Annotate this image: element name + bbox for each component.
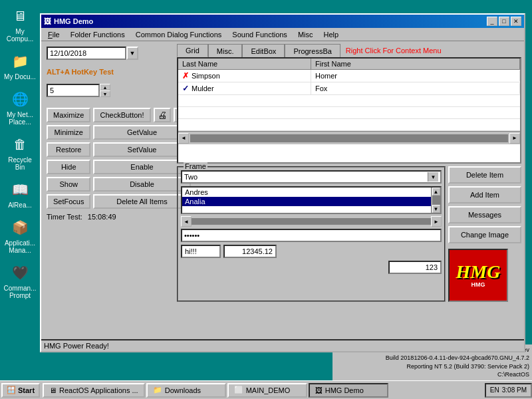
number-input[interactable]	[388, 261, 442, 274]
main-buttons-grid: Maximize CheckButton! 🖨 🖼 Minimize GetVa…	[47, 108, 169, 209]
title-bar-buttons: _ □ ✕	[487, 17, 521, 26]
spinner-down-button[interactable]: ▼	[100, 90, 110, 97]
combo-box[interactable]: Two ▼	[181, 170, 442, 184]
desktop-icon-label: My Docu...	[4, 73, 36, 80]
grid-cell-firstname: Homer	[311, 70, 520, 81]
text-input-1[interactable]	[181, 245, 221, 258]
desktop-icon-alreader[interactable]: 📖 AlRea...	[3, 179, 37, 209]
maximize-button[interactable]: □	[499, 17, 509, 26]
minimize-window-button[interactable]: Minimize	[47, 125, 90, 140]
hide-button[interactable]: Hide	[47, 160, 90, 174]
listbox[interactable]: Andres Analia ▲ ▼	[181, 186, 442, 214]
tab-misc[interactable]: Misc.	[208, 44, 243, 57]
main-window: 🖼 HMG Demo _ □ ✕ File Folder Functions C…	[40, 13, 525, 352]
table-row[interactable]: ✓ Mulder Fox	[178, 82, 520, 95]
start-icon: 🪟	[7, 386, 16, 394]
x-mark-icon: ✗	[182, 71, 189, 80]
menu-common-dialog[interactable]: Common Dialog Functions	[130, 29, 227, 40]
taskbar-item-icon: ⬜	[234, 386, 243, 394]
desktop-icon-label: Comman... Prompt	[3, 285, 37, 299]
hmg-logo-box: HMG HMG	[448, 249, 508, 302]
desktop-icon-label: Recycle Bin	[3, 156, 37, 171]
set-focus-button[interactable]: SetFocus	[47, 194, 90, 209]
desktop-icon-app-manager[interactable]: 📦 Applicati... Mana...	[3, 217, 37, 254]
recycle-icon: 🗑	[9, 134, 31, 155]
desktop-icon-my-documents[interactable]: 📁 My Docu...	[3, 51, 37, 80]
grid-header: Last Name First Name	[178, 59, 520, 70]
desktop-icon-cmd[interactable]: 🖤 Comman... Prompt	[3, 262, 37, 299]
app-manager-icon: 📦	[9, 217, 31, 238]
scroll-left-button[interactable]: ◄	[178, 133, 189, 144]
print-icon-button[interactable]: 🖨	[154, 108, 171, 122]
combo-arrow[interactable]: ▼	[428, 172, 438, 182]
menu-sound[interactable]: Sound Functions	[227, 29, 293, 40]
hscroll-row[interactable]: ◄ ►	[181, 217, 442, 226]
taskbar-item-hmg-demo[interactable]: 🖼 HMG Demo	[309, 383, 388, 398]
maximize-button[interactable]: Maximize	[47, 108, 90, 122]
list-item[interactable]: Andres	[182, 188, 440, 197]
desktop-icon-network[interactable]: 🌐 My Net... Place...	[3, 88, 37, 126]
hscroll-right[interactable]: ►	[431, 216, 442, 227]
menu-file[interactable]: File	[43, 29, 65, 40]
grid-horizontal-scroll[interactable]: ◄ ►	[178, 131, 520, 144]
scroll-right-button[interactable]: ►	[509, 133, 520, 144]
minimize-button[interactable]: _	[487, 17, 497, 26]
spinner-up-button[interactable]: ▲	[100, 84, 110, 90]
restore-button[interactable]: Restore	[47, 142, 90, 157]
hscroll-left[interactable]: ◄	[181, 216, 192, 227]
grid-cell-lastname: Simpson	[192, 72, 220, 80]
add-item-button[interactable]: Add Item	[448, 186, 521, 203]
start-button[interactable]: 🪟 Start	[1, 383, 40, 398]
desktop-icons: 🖥 My Compu... 📁 My Docu... 🌐 My Net... P…	[3, 5, 37, 299]
hmg-logo: HMG HMG	[456, 263, 501, 288]
combo-value: Two	[184, 173, 198, 181]
hmg-logo-text: HMG	[456, 263, 501, 281]
date-input[interactable]	[47, 47, 126, 60]
taskbar-item-main-demo[interactable]: ⬜ MAIN_DEMO	[227, 383, 307, 398]
table-row[interactable]: ✗ Simpson Homer	[178, 70, 520, 82]
close-button[interactable]: ✕	[511, 17, 521, 26]
tab-editbox[interactable]: EditBox	[242, 44, 285, 57]
status-bar: HMG Power Ready!	[41, 339, 524, 351]
menu-folder-functions[interactable]: Folder Functions	[65, 29, 130, 40]
hmg-sub-text: HMG	[456, 281, 501, 288]
desktop-icon-my-computer[interactable]: 🖥 My Compu...	[3, 5, 37, 43]
text-input-2[interactable]	[223, 245, 277, 258]
spinner-input[interactable]	[47, 84, 100, 97]
combo-row: Two ▼	[181, 170, 442, 184]
menu-help[interactable]: Help	[318, 29, 344, 40]
tab-grid[interactable]: Grid	[177, 44, 208, 57]
grid-header-lastname: Last Name	[178, 59, 311, 69]
date-dropdown-button[interactable]: ▼	[126, 47, 138, 60]
info-line-2: Build 20181206-0.4.11-dev-924-gbcad670.G…	[335, 354, 529, 362]
status-text: HMG Power Ready!	[44, 342, 109, 350]
content-area: ▼ ALT+A HotKey Test ▲ ▼ Maximize CheckBu…	[41, 41, 524, 351]
change-image-button[interactable]: Change Image	[448, 226, 521, 243]
password-input[interactable]	[181, 229, 442, 242]
taskbar-item-icon: 🖥	[49, 386, 57, 394]
taskbar-item-reactos[interactable]: 🖥 ReactOS Applications ...	[43, 383, 145, 398]
show-button[interactable]: Show	[47, 177, 90, 192]
taskbar-tray: EN 3:08 PM	[485, 383, 532, 398]
desktop-icon-label: Applicati... Mana...	[3, 239, 37, 254]
taskbar-item-downloads[interactable]: 📁 Downloads	[146, 383, 226, 398]
list-item[interactable]: Analia	[182, 197, 440, 206]
messages-button[interactable]: Messages	[448, 206, 521, 223]
tab-progressbar[interactable]: ProgressBa	[285, 44, 340, 57]
hscroll-track[interactable]	[192, 218, 431, 225]
menu-misc[interactable]: Misc	[293, 29, 319, 40]
scroll-track[interactable]	[190, 134, 508, 142]
timer-label: Timer Test:	[47, 213, 82, 221]
info-line-4: C:\ReactOS	[335, 370, 529, 379]
listbox-scrollbar[interactable]: ▲ ▼	[431, 188, 440, 213]
inline-inputs	[181, 245, 442, 258]
taskbar-item-label: ReactOS Applications ...	[59, 386, 138, 394]
start-label: Start	[18, 386, 35, 394]
desktop-icon-label: AlRea...	[8, 201, 32, 209]
check-button[interactable]: CheckButton!	[93, 108, 150, 122]
computer-icon: 🖥	[9, 5, 31, 27]
desktop-icon-recycle[interactable]: 🗑 Recycle Bin	[3, 134, 37, 171]
network-icon: 🌐	[9, 88, 31, 110]
delete-item-button[interactable]: Delete Item	[448, 166, 521, 184]
date-row: ▼	[47, 47, 169, 60]
